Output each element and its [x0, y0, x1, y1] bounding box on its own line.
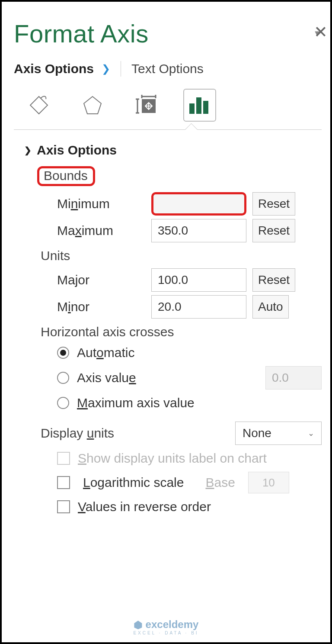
watermark-sub: EXCEL · DATA · BI [133, 631, 198, 635]
tab-axis-options[interactable]: Axis Options [14, 61, 94, 76]
group-bounds: Bounds [44, 168, 88, 183]
select-value: None [243, 426, 271, 440]
minimum-reset-button[interactable]: Reset [252, 192, 295, 216]
svg-marker-1 [84, 97, 101, 114]
chevron-down-icon: ❯ [24, 145, 32, 155]
minimum-input[interactable] [151, 192, 246, 216]
axis-value-input [265, 366, 322, 390]
major-input[interactable] [151, 268, 246, 292]
checkbox-icon [57, 452, 70, 465]
radio-icon [57, 397, 69, 409]
label-minor: Minor [24, 299, 145, 314]
label-major: Major [24, 273, 145, 287]
options-tabs: Axis Options ❯ Text Options [14, 61, 322, 77]
radio-automatic[interactable]: Automatic [57, 345, 322, 360]
watermark-text: exceldemy [146, 618, 199, 631]
label-minimum: Minimum [24, 196, 145, 211]
close-icon[interactable]: ✕ [314, 23, 328, 42]
maximum-reset-button[interactable]: Reset [252, 219, 295, 242]
svg-marker-0 [30, 97, 48, 114]
axis-options-icon[interactable] [183, 89, 216, 122]
check-log-scale[interactable]: Logarithmic scale Base [57, 472, 322, 493]
display-units-select[interactable]: None ⌄ [235, 422, 322, 445]
checkbox-label: Values in reverse order [78, 499, 211, 514]
check-reverse-order[interactable]: Values in reverse order [57, 499, 322, 514]
checkbox-label: Logarithmic scale [83, 475, 184, 490]
label-maximum: Maximum [24, 223, 145, 238]
chevron-down-icon[interactable]: ❯ [102, 63, 110, 75]
label-base: Base [205, 475, 235, 490]
watermark: exceldemy EXCEL · DATA · BI [133, 618, 198, 635]
maximum-input[interactable] [151, 219, 246, 242]
radio-icon [57, 372, 69, 384]
logo-icon [134, 620, 143, 629]
radio-label: Axis value [77, 370, 136, 385]
panel-title: Format Axis [14, 19, 149, 48]
section-axis-options[interactable]: ❯ Axis Options [24, 143, 322, 158]
size-properties-icon[interactable] [130, 89, 163, 122]
radio-icon [57, 347, 69, 359]
svg-marker-12 [134, 621, 142, 629]
effects-icon[interactable] [76, 89, 109, 122]
base-input [248, 472, 289, 493]
group-crosses: Horizontal axis crosses [41, 325, 322, 339]
svg-rect-10 [196, 97, 201, 114]
minor-input[interactable] [151, 295, 246, 319]
tab-pointer-divider [14, 129, 322, 130]
tab-divider [121, 61, 121, 77]
radio-axis-value[interactable]: Axis value [57, 366, 322, 390]
checkbox-icon [57, 476, 70, 489]
group-units: Units [41, 248, 322, 263]
svg-rect-11 [203, 101, 208, 114]
fill-line-icon[interactable] [22, 89, 55, 122]
minor-auto-button[interactable]: Auto [252, 295, 289, 319]
chevron-down-icon: ⌄ [308, 428, 314, 438]
radio-label: Automatic [77, 345, 134, 360]
check-show-display-units: Show display units label on chart [57, 451, 322, 466]
checkbox-label: Show display units label on chart [78, 451, 267, 466]
tab-text-options[interactable]: Text Options [131, 61, 204, 76]
radio-max-axis-value[interactable]: Maximum axis value [57, 396, 322, 410]
svg-rect-9 [189, 103, 195, 114]
section-title: Axis Options [37, 143, 117, 158]
label-display-units: Display units [41, 426, 114, 441]
radio-label: Maximum axis value [77, 396, 195, 410]
checkbox-icon [57, 500, 70, 513]
major-reset-button[interactable]: Reset [252, 268, 295, 292]
